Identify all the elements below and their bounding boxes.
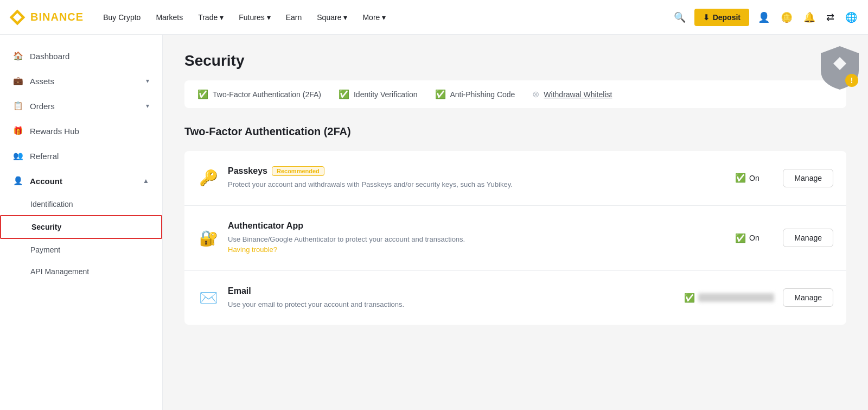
main-content: Security ✅ Two-Factor Authentication (2F… [163,35,868,410]
brand-name: BINANCE [30,11,84,23]
tab-identity[interactable]: ✅ Identity Verification [339,89,418,99]
security-tabs: ✅ Two-Factor Authentication (2FA) ✅ Iden… [184,80,846,108]
security-row-passkeys: 🔑 Passkeys Recommended Protect your acco… [184,151,846,206]
check-icon: ✅ [197,89,208,99]
chevron-down-icon: ▾ [382,13,386,22]
chevron-down-icon: ▾ [220,13,224,22]
assets-icon: 💼 [13,76,23,86]
passkeys-description: Protect your account and withdrawals wit… [228,179,711,190]
chevron-down-icon: ▾ [146,102,149,110]
orders-icon: 📋 [13,101,23,111]
sidebar-item-rewards[interactable]: 🎁 Rewards Hub [0,118,162,143]
passkeys-title: Passkeys Recommended [228,166,711,176]
transfer-button[interactable]: ⇄ [824,9,837,26]
nav-buy-crypto[interactable]: Buy Crypto [97,9,147,26]
logo[interactable]: BINANCE [9,9,84,26]
passkeys-status: ✅ On [720,173,774,183]
passkeys-icon: 🔑 [197,169,219,187]
shield-badge: ! [818,43,861,92]
check-icon: ✅ [735,173,746,183]
sidebar-sub-security[interactable]: Security [0,215,162,239]
check-gray-icon: ⊗ [532,89,539,99]
check-icon: ✅ [435,89,446,99]
email-icon: ✉️ [197,289,219,307]
nav-earn[interactable]: Earn [279,9,309,26]
trouble-link[interactable]: Having trouble? [228,245,277,254]
email-address-blur [698,293,774,302]
sidebar-sub-api[interactable]: API Management [0,261,162,282]
authenticator-status: ✅ On [720,233,774,243]
nav-more[interactable]: More ▾ [356,9,392,26]
security-row-authenticator: 🔐 Authenticator App Use Binance/Google A… [184,206,846,271]
sidebar-item-assets[interactable]: 💼 Assets ▾ [0,68,162,93]
passkeys-content: Passkeys Recommended Protect your accoun… [228,166,711,190]
sidebar-item-dashboard[interactable]: 🏠 Dashboard [0,43,162,68]
nav-futures[interactable]: Futures ▾ [232,9,277,26]
authenticator-description: Use Binance/Google Authenticator to prot… [228,234,711,255]
chevron-up-icon: ▲ [143,177,149,185]
sidebar-sub-identification[interactable]: Identification [0,193,162,215]
nav-trade[interactable]: Trade ▾ [192,9,230,26]
chevron-down-icon: ▾ [267,13,271,22]
nav-markets[interactable]: Markets [149,9,189,26]
account-icon: 👤 [13,176,23,186]
tab-antiphishing[interactable]: ✅ Anti-Phishing Code [435,89,515,99]
download-icon: ⬇ [703,13,710,22]
nav-right: 🔍 ⬇ Deposit 👤 🪙 🔔 ⇄ 🌐 [672,9,859,26]
referral-icon: 👥 [13,151,23,161]
sidebar-item-referral[interactable]: 👥 Referral [0,143,162,168]
sidebar-item-account[interactable]: 👤 Account ▲ [0,168,162,193]
authenticator-title: Authenticator App [228,221,711,231]
page-title: Security [184,52,846,70]
section-title-2fa: Two-Factor Authentication (2FA) [184,125,846,138]
wallet-button[interactable]: 🪙 [778,9,795,26]
email-title: Email [228,286,675,296]
layout: 🏠 Dashboard 💼 Assets ▾ 📋 Orders ▾ 🎁 Rewa… [0,35,868,410]
email-status: ✅ [684,293,774,303]
chevron-down-icon: ▾ [146,77,149,85]
search-button[interactable]: 🔍 [672,9,688,26]
check-icon: ✅ [684,293,695,303]
recommended-badge: Recommended [272,166,324,176]
status-on: ✅ On [735,173,760,183]
notification-bell[interactable]: 🔔 [801,9,818,26]
check-icon: ✅ [339,89,349,99]
security-row-email: ✉️ Email Use your email to protect your … [184,271,846,325]
profile-button[interactable]: 👤 [756,9,772,26]
sidebar-sub-payment[interactable]: Payment [0,239,162,261]
authenticator-content: Authenticator App Use Binance/Google Aut… [228,221,711,255]
status-on: ✅ On [735,233,760,243]
email-content: Email Use your email to protect your acc… [228,286,675,310]
tab-whitelist[interactable]: ⊗ Withdrawal Whitelist [532,89,612,99]
authenticator-manage-button[interactable]: Manage [783,229,833,247]
chevron-down-icon: ▾ [343,13,347,22]
topnav: BINANCE Buy Crypto Markets Trade ▾ Futur… [0,0,868,35]
authenticator-icon: 🔐 [197,229,219,247]
rewards-icon: 🎁 [13,126,23,136]
check-icon: ✅ [735,233,746,243]
nav-square[interactable]: Square ▾ [310,9,354,26]
deposit-button[interactable]: ⬇ Deposit [694,9,749,26]
security-cards: 🔑 Passkeys Recommended Protect your acco… [184,151,846,325]
globe-button[interactable]: 🌐 [843,9,859,26]
email-description: Use your email to protect your account a… [228,299,675,310]
email-manage-button[interactable]: Manage [783,288,833,307]
sidebar-item-orders[interactable]: 📋 Orders ▾ [0,93,162,118]
nav-links: Buy Crypto Markets Trade ▾ Futures ▾ Ear… [97,9,672,26]
home-icon: 🏠 [13,51,23,61]
passkeys-manage-button[interactable]: Manage [783,169,833,187]
tab-2fa[interactable]: ✅ Two-Factor Authentication (2FA) [197,89,321,99]
svg-text:!: ! [851,76,853,85]
sidebar: 🏠 Dashboard 💼 Assets ▾ 📋 Orders ▾ 🎁 Rewa… [0,35,163,410]
